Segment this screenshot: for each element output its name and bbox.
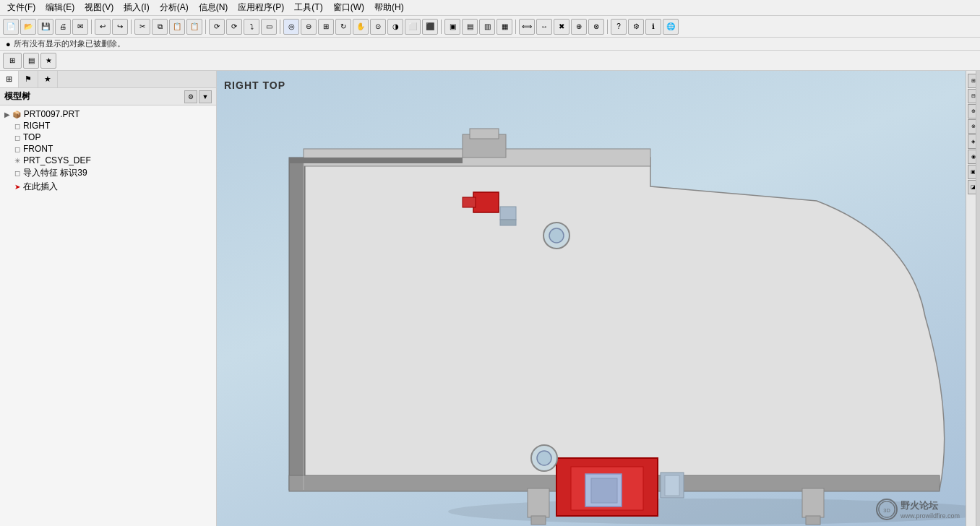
sep1 — [91, 20, 92, 34]
svg-rect-26 — [802, 488, 824, 517]
hidden-button[interactable]: ⬛ — [422, 19, 438, 35]
tab-layers[interactable]: ⚑ — [19, 71, 38, 87]
menu-app[interactable]: 应用程序(P) — [233, 0, 288, 15]
svg-rect-6 — [473, 192, 499, 212]
cut-button[interactable]: ✂ — [134, 19, 150, 35]
main-toolbar: 📄 📂 💾 🖨 ✉ ↩ ↪ ✂ ⧉ 📋 📋 ⟳ ⟳ ⤵ ▭ ◎ ⊖ ⊞ ↻ ✋ … — [0, 16, 980, 38]
dim5-button[interactable]: ⊗ — [588, 19, 604, 35]
import-button[interactable]: ⤵ — [244, 19, 259, 35]
svg-rect-25 — [531, 516, 546, 525]
open-button[interactable]: 📂 — [20, 19, 36, 35]
zoom-box-button[interactable]: ⊞ — [318, 19, 334, 35]
tree-item-import[interactable]: ◻ 导入特征 标识39 — [3, 166, 213, 180]
svg-rect-5 — [470, 129, 499, 139]
import-feature-icon: ◻ — [14, 169, 20, 177]
dim3-button[interactable]: ✖ — [554, 19, 569, 35]
csys-label: PRT_CSYS_DEF — [23, 155, 91, 165]
tree-header: 模型树 ⚙ ▼ — [0, 88, 216, 105]
sep2 — [131, 20, 132, 34]
shade-button[interactable]: ◑ — [387, 19, 403, 35]
tree-settings-button[interactable]: ⚙ — [184, 90, 197, 103]
menu-tools[interactable]: 工具(T) — [290, 0, 327, 15]
email-button[interactable]: ✉ — [72, 19, 88, 35]
menu-edit[interactable]: 编辑(E) — [41, 0, 79, 15]
main-layout: ⊞ ⚑ ★ 模型树 ⚙ ▼ ▶ 📦 PRT0097.PRT — [0, 71, 980, 526]
layers-tab-icon: ⚑ — [25, 74, 32, 84]
insert-icon: ➤ — [14, 183, 20, 191]
view-button[interactable]: ▭ — [261, 19, 277, 35]
menu-view[interactable]: 视图(V) — [80, 0, 118, 15]
viewport[interactable]: RIGHT TOP — [217, 71, 966, 526]
tree-item-csys[interactable]: ✳ PRT_CSYS_DEF — [3, 155, 213, 166]
dim4-button[interactable]: ⊕ — [571, 19, 587, 35]
copy-button[interactable]: ⧉ — [152, 19, 168, 35]
import-label: 导入特征 标识39 — [23, 167, 87, 179]
dim-button[interactable]: ⟺ — [519, 19, 535, 35]
regenerate2-button[interactable]: ⟳ — [226, 19, 242, 35]
datum-button[interactable]: ▣ — [444, 19, 460, 35]
menu-analysis[interactable]: 分析(A) — [155, 0, 193, 15]
tree-title: 模型树 — [4, 90, 30, 103]
svg-rect-1 — [289, 158, 305, 490]
paste2-button[interactable]: 📋 — [186, 19, 202, 35]
front-plane-icon: ◻ — [14, 145, 20, 153]
tree-item-insert[interactable]: ➤ 在此插入 — [3, 180, 213, 194]
status-bar: ● 所有没有显示的对象已被删除。 — [0, 38, 980, 51]
paste-button[interactable]: 📋 — [169, 19, 185, 35]
fav-toggle[interactable]: ★ — [40, 53, 56, 69]
tree-filter-button[interactable]: ▼ — [199, 90, 212, 103]
tab-model-tree[interactable]: ⊞ — [0, 71, 19, 87]
tab-favorites[interactable]: ★ — [38, 71, 58, 87]
right-plane-icon: ◻ — [14, 122, 20, 130]
model-tree-toggle[interactable]: ⊞ — [3, 53, 22, 69]
orient-button[interactable]: ⊙ — [370, 19, 386, 35]
rotate-button[interactable]: ↻ — [335, 19, 351, 35]
watermark-url: www.prowildfire.com — [901, 512, 960, 519]
redo-button[interactable]: ↪ — [112, 19, 128, 35]
tree-controls: ⚙ ▼ — [184, 90, 212, 103]
pan-button[interactable]: ✋ — [353, 19, 369, 35]
tree-item-root[interactable]: ▶ 📦 PRT0097.PRT — [3, 108, 213, 120]
menu-insert[interactable]: 插入(I) — [119, 0, 153, 15]
svg-rect-15 — [591, 478, 617, 503]
new-button[interactable]: 📄 — [3, 19, 19, 35]
datum2-button[interactable]: ▤ — [462, 19, 478, 35]
settings-button[interactable]: ⚙ — [628, 19, 644, 35]
dim2-button[interactable]: ↔ — [536, 19, 552, 35]
root-label: PRT0097.PRT — [24, 109, 80, 119]
svg-text:3D: 3D — [883, 507, 890, 514]
zoom-in-button[interactable]: ◎ — [283, 19, 299, 35]
menu-window[interactable]: 窗口(W) — [329, 0, 369, 15]
status-message: 所有没有显示的对象已被删除。 — [14, 38, 125, 49]
tree-item-right[interactable]: ◻ RIGHT — [3, 120, 213, 132]
sep6 — [515, 20, 516, 34]
layer-toggle[interactable]: ▤ — [23, 53, 39, 69]
zoom-out-button[interactable]: ⊖ — [301, 19, 317, 35]
tree-item-front[interactable]: ◻ FRONT — [3, 143, 213, 155]
regenerate-button[interactable]: ⟳ — [209, 19, 225, 35]
save-button[interactable]: 💾 — [38, 19, 53, 35]
panel-resize-handle[interactable] — [976, 71, 980, 526]
status-dot: ● — [6, 40, 11, 48]
info-button[interactable]: ℹ — [645, 19, 661, 35]
wireframe-button[interactable]: ⬜ — [405, 19, 421, 35]
menu-file[interactable]: 文件(F) — [3, 0, 40, 15]
tree-content: ▶ 📦 PRT0097.PRT ◻ RIGHT ◻ TOP ◻ FRONT ✳ … — [0, 105, 216, 526]
sep3 — [205, 20, 206, 34]
csys-icon: ✳ — [14, 157, 20, 165]
datum3-button[interactable]: ▥ — [479, 19, 495, 35]
undo-button[interactable]: ↩ — [95, 19, 111, 35]
root-icon: ▶ 📦 — [4, 111, 21, 118]
model-tree-tab-icon: ⊞ — [6, 74, 12, 84]
print-button[interactable]: 🖨 — [55, 19, 71, 35]
tree-item-top[interactable]: ◻ TOP — [3, 132, 213, 143]
help-button[interactable]: ? — [611, 19, 627, 35]
sep5 — [441, 20, 442, 34]
right-label: RIGHT — [23, 121, 50, 131]
svg-rect-24 — [528, 488, 549, 517]
insert-label: 在此插入 — [23, 181, 58, 193]
datum4-button[interactable]: ▦ — [497, 19, 512, 35]
menu-help[interactable]: 帮助(H) — [370, 0, 408, 15]
web-button[interactable]: 🌐 — [663, 19, 679, 35]
menu-info[interactable]: 信息(N) — [194, 0, 233, 15]
